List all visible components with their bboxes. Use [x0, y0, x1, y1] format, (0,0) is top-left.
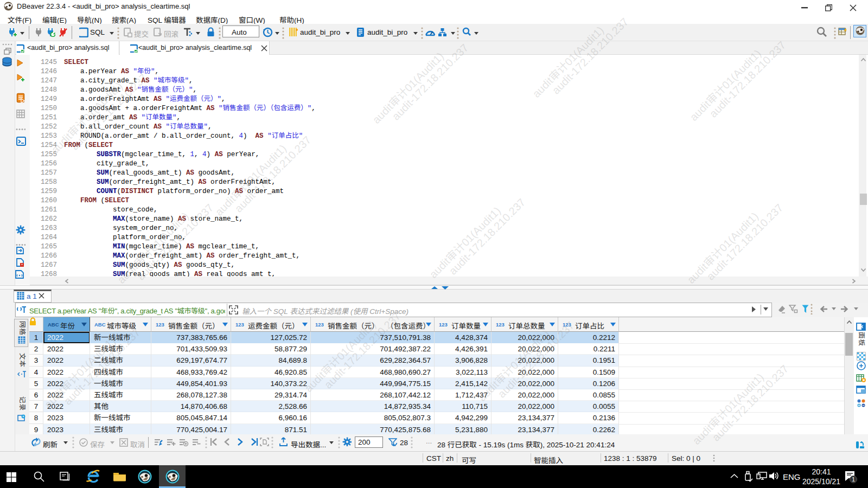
- svg-text:1: 1: [852, 476, 855, 483]
